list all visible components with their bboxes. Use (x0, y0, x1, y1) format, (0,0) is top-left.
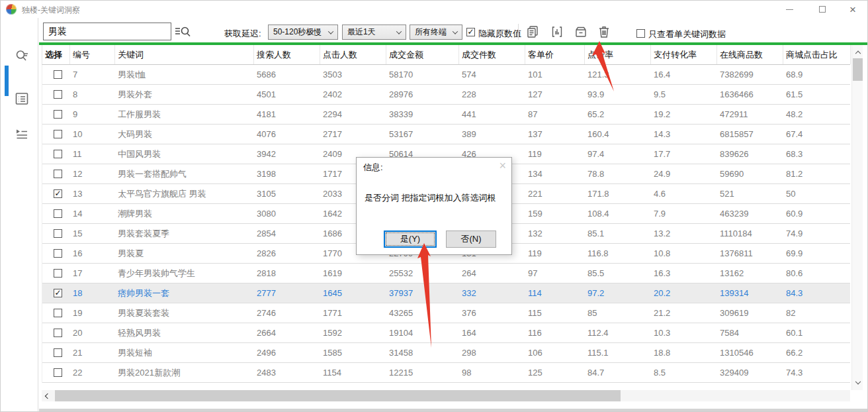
table-row[interactable]: 22男装2021新款潮24831154122159812584.78.53294… (42, 363, 850, 383)
cell-value: 132 (525, 224, 585, 243)
row-checkbox[interactable] (54, 70, 62, 79)
header-cell[interactable]: 商城点击占比 (783, 45, 851, 64)
header-cell[interactable]: 成交件数 (459, 45, 525, 64)
table-row[interactable]: 17青少年男装帅气学生28181619255322649785.516.3131… (42, 264, 850, 283)
horizontal-scroll-thumb[interactable] (55, 390, 621, 401)
sidebar-item-outline[interactable] (14, 127, 30, 142)
cell-value: 839626 (717, 144, 783, 164)
single-keyword-checkbox[interactable] (636, 29, 645, 38)
row-checkbox[interactable] (54, 249, 62, 258)
search-icon (174, 25, 191, 39)
dialog-close-icon[interactable]: × (499, 159, 506, 174)
cell-value: 24.9 (651, 164, 717, 183)
table-row[interactable]: 8男装外套450124022897622812793.99.5163646661… (42, 85, 850, 105)
table-row[interactable]: ✓18痞帅男装一套277716453793733211497.220.21393… (42, 283, 850, 303)
table-row[interactable]: 7男装t恤5686350358170574101121.316.47382699… (42, 65, 850, 85)
close-button[interactable]: × (840, 1, 866, 18)
header-cell[interactable]: 编号 (70, 45, 115, 64)
row-checkbox[interactable] (54, 348, 62, 357)
cell-value: 12215 (386, 363, 459, 382)
row-checkbox[interactable] (54, 90, 62, 99)
header-cell[interactable]: 在线商品数 (717, 45, 783, 64)
sidebar-item-keyword-list[interactable] (14, 91, 30, 107)
vertical-scroll-thumb[interactable] (853, 58, 863, 81)
row-checkbox[interactable] (54, 368, 62, 377)
cell-value: 119 (525, 244, 585, 263)
header-cell[interactable]: 搜索人数 (254, 45, 320, 64)
cell-value: 59690 (717, 164, 783, 183)
cell-value: 115.1 (585, 343, 651, 362)
copy-button[interactable] (525, 25, 540, 39)
row-checkbox[interactable] (54, 229, 62, 238)
maximize-button[interactable] (809, 1, 836, 18)
cell-keyword: 男装短袖 (115, 343, 254, 362)
terminal-select[interactable]: 所有终端 (410, 25, 462, 40)
row-checkbox[interactable] (54, 309, 62, 317)
table-row[interactable]: 10大码男装4076271753167389137160.414.3681585… (42, 125, 850, 144)
cell-value: 7584 (717, 323, 783, 342)
hide-raw-label: 隐藏原数值 (478, 28, 521, 40)
cell-value: 2717 (320, 125, 386, 144)
table-row[interactable]: 21男装短袖2496158531458298106115.118.8131054… (42, 343, 850, 363)
vertical-scrollbar[interactable] (851, 45, 863, 390)
table-row[interactable]: 20轻熟风男装2664159219104164116112.410.375846… (42, 323, 850, 343)
header-cell[interactable]: 点击率 (585, 45, 651, 64)
dialog-yes-button[interactable]: 是(Y) (384, 231, 437, 248)
scroll-up-button[interactable] (852, 46, 863, 57)
row-select-cell (42, 85, 70, 104)
row-select-cell (42, 164, 70, 183)
cell-value: 80.6 (783, 264, 851, 283)
cell-value: 114 (525, 283, 585, 303)
cell-value: 159 (525, 204, 585, 223)
minimize-button[interactable] (776, 1, 803, 18)
header-cell[interactable]: 支付转化率 (651, 45, 717, 64)
date-range-select[interactable]: 最近1天 (342, 25, 406, 40)
toolbar-divider (518, 24, 519, 40)
row-checkbox[interactable] (54, 130, 62, 138)
dialog-no-button[interactable]: 否(N) (446, 231, 496, 248)
archive-button[interactable] (574, 25, 588, 39)
header-cell[interactable]: 选择 (42, 45, 70, 64)
scroll-down-button[interactable] (852, 378, 863, 389)
sidebar-item-search[interactable] (14, 48, 30, 64)
row-checkbox[interactable] (54, 150, 62, 158)
horizontal-scrollbar[interactable] (42, 390, 850, 401)
cell-value: 1310546 (717, 343, 783, 362)
row-checkbox[interactable]: ✓ (54, 289, 62, 297)
scroll-left-button[interactable] (42, 390, 54, 401)
cell-value: 2826 (254, 244, 320, 263)
row-checkbox[interactable] (54, 329, 62, 337)
dialog-title: 信息: (363, 162, 383, 174)
cell-value: 1645 (320, 283, 386, 303)
table-row[interactable]: 9工作服男装41812294383394418765.219.247291148… (42, 105, 850, 125)
search-button[interactable] (174, 24, 193, 40)
cell-value: 13162 (717, 264, 783, 283)
cell-value: 298 (459, 343, 525, 362)
header-cell[interactable]: 点击人数 (320, 45, 386, 64)
header-cell[interactable]: 成交金额 (386, 45, 459, 64)
cell-value: 66.2 (783, 343, 851, 362)
row-checkbox[interactable] (54, 110, 62, 119)
row-checkbox[interactable]: ✓ (54, 189, 62, 198)
chart-button[interactable] (550, 25, 564, 39)
row-checkbox[interactable] (54, 269, 62, 278)
hide-raw-checkbox[interactable]: ✓ (466, 28, 475, 36)
trash-button[interactable] (597, 25, 611, 39)
archive-icon (574, 25, 588, 39)
row-select-cell (42, 204, 70, 223)
cell-value: 3105 (254, 184, 320, 203)
row-checkbox[interactable] (54, 170, 62, 178)
search-input[interactable] (43, 23, 171, 40)
chevron-up-icon (855, 51, 860, 56)
header-cell[interactable]: 关键词 (115, 45, 254, 64)
cell-value: 21.2 (651, 303, 717, 323)
delay-select[interactable]: 50-120秒极慢 (268, 25, 338, 40)
sidebar-selection-indicator (5, 66, 9, 96)
row-checkbox[interactable] (54, 209, 62, 218)
cell-value: 115 (525, 303, 585, 323)
table-row[interactable]: 19男装夏装套装27461771432653761158521.23096198… (42, 303, 850, 323)
row-select-cell: ✓ (42, 283, 70, 303)
cell-keyword: 青少年男装帅气学生 (115, 264, 254, 283)
header-cell[interactable]: 客单价 (525, 45, 585, 64)
cell-value: 93.9 (585, 85, 651, 104)
